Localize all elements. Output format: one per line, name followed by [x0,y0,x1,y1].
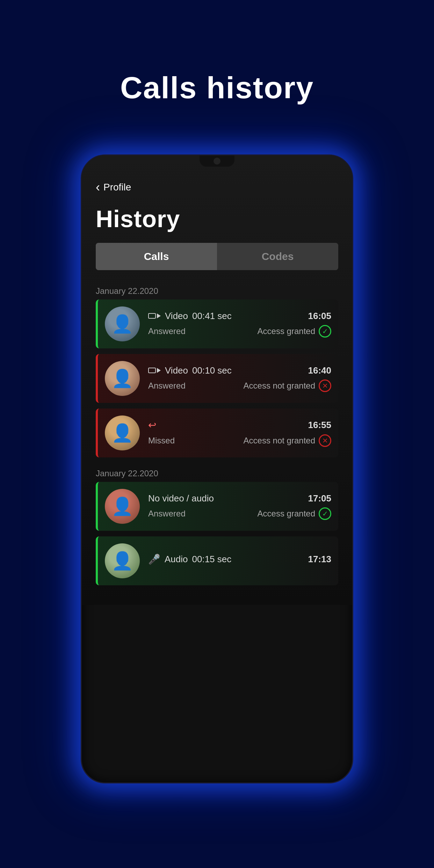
access-text: Access not granted [244,381,315,391]
missed-call-icon: ↩ [148,419,156,431]
avatar [105,489,140,524]
back-label: Profile [103,182,131,193]
call-duration: 00:10 sec [192,365,232,376]
access-info: Access granted ✓ [258,507,331,520]
screen-title: History [96,205,338,232]
call-details: No video / audio 17:05 Answered Access g… [148,493,331,520]
avatar [105,543,140,578]
access-info: Access not granted ✕ [244,379,331,392]
video-camera-icon [148,368,161,373]
access-info: Access not granted ✕ [244,434,331,447]
call-status: Answered [148,326,186,336]
call-duration: 00:15 sec [192,554,232,565]
date-section-1: January 22.2020 [96,281,338,299]
call-item[interactable]: Video 00:10 sec 16:40 Answered Access no… [96,354,338,403]
access-denied-icon: ✕ [319,434,331,447]
access-granted-icon: ✓ [319,325,331,338]
access-denied-icon: ✕ [319,379,331,392]
call-duration: 00:41 sec [192,311,232,321]
call-item[interactable]: No video / audio 17:05 Answered Access g… [96,482,338,531]
call-time: 16:40 [308,365,332,376]
access-text: Access granted [258,509,315,519]
back-arrow-icon: ‹ [96,180,100,195]
call-type-label: No video / audio [148,493,214,504]
call-type-info: Video 00:10 sec [148,365,232,376]
call-status: Missed [148,436,175,446]
call-type-info: ↩ [148,419,156,431]
tab-calls[interactable]: Calls [96,243,217,270]
access-granted-icon: ✓ [319,507,331,520]
call-status: Answered [148,509,186,519]
page-title: Calls history [120,70,314,106]
phone-frame: ‹ Profile History Calls Codes January 22… [81,154,353,783]
call-item[interactable]: ↩ 16:55 Missed Access not granted ✕ [96,408,338,457]
date-section-2: January 22.2020 [96,463,338,482]
call-time: 16:55 [308,420,332,431]
call-details: Video 00:41 sec 16:05 Answered Access gr… [148,311,331,338]
phone-screen: ‹ Profile History Calls Codes January 22… [82,155,352,605]
video-camera-icon [148,313,161,319]
access-text: Access granted [258,326,315,336]
call-time: 17:05 [308,493,332,504]
avatar [105,361,140,396]
access-info: Access granted ✓ [258,325,331,338]
call-status: Answered [148,381,186,391]
phone-notch [200,155,234,167]
call-details: Video 00:10 sec 16:40 Answered Access no… [148,365,331,392]
tab-codes[interactable]: Codes [217,243,338,270]
call-details: ↩ 16:55 Missed Access not granted ✕ [148,419,331,447]
avatar [105,306,140,341]
call-type-info: No video / audio [148,493,214,504]
call-details: 🎤 Audio 00:15 sec 17:13 [148,554,331,569]
call-type-info: Video 00:41 sec [148,311,232,321]
camera-dot [214,158,220,165]
call-type-label: Audio [165,554,188,565]
call-time: 17:13 [308,554,332,565]
call-time: 16:05 [308,311,332,321]
call-type-label: Video [165,365,188,376]
call-item[interactable]: 🎤 Audio 00:15 sec 17:13 [96,536,338,585]
call-item[interactable]: Video 00:41 sec 16:05 Answered Access gr… [96,299,338,348]
call-type-label: Video [165,311,188,321]
microphone-icon: 🎤 [148,554,160,565]
tab-bar: Calls Codes [96,243,338,270]
call-type-info: 🎤 Audio 00:15 sec [148,554,231,565]
avatar [105,415,140,450]
back-navigation[interactable]: ‹ Profile [96,180,338,195]
access-text: Access not granted [244,436,315,446]
